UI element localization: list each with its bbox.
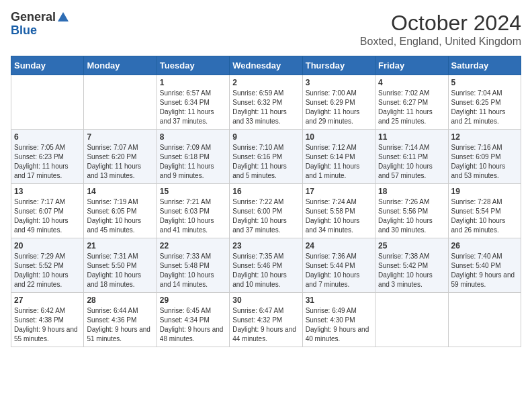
calendar-cell: 15Sunrise: 7:21 AM Sunset: 6:03 PM Dayli… [157,184,229,238]
calendar-cell: 27Sunrise: 6:42 AM Sunset: 4:38 PM Dayli… [11,293,84,347]
day-info: Sunrise: 7:12 AM Sunset: 6:14 PM Dayligh… [306,143,372,181]
calendar-cell: 20Sunrise: 7:29 AM Sunset: 5:52 PM Dayli… [11,238,84,293]
logo-general-text: General [11,11,56,24]
calendar-cell: 12Sunrise: 7:16 AM Sunset: 6:09 PM Dayli… [448,130,521,184]
header: General Blue October 2024 Boxted, Englan… [11,11,521,48]
day-number: 3 [306,78,372,87]
calendar-cell: 9Sunrise: 7:10 AM Sunset: 6:16 PM Daylig… [230,130,302,184]
day-info: Sunrise: 7:26 AM Sunset: 5:56 PM Dayligh… [378,197,445,235]
weekday-header-saturday: Saturday [448,56,521,75]
calendar-cell: 17Sunrise: 7:24 AM Sunset: 5:58 PM Dayli… [302,184,375,238]
day-number: 5 [451,78,518,87]
calendar-cell: 24Sunrise: 7:36 AM Sunset: 5:44 PM Dayli… [302,238,375,293]
day-number: 1 [160,78,226,87]
calendar-cell: 25Sunrise: 7:38 AM Sunset: 5:42 PM Dayli… [375,238,448,293]
day-number: 24 [306,241,372,250]
weekday-header-friday: Friday [375,56,448,75]
day-info: Sunrise: 6:57 AM Sunset: 6:34 PM Dayligh… [160,89,226,126]
location-title: Boxted, England, United Kingdom [360,36,521,48]
calendar-cell: 5Sunrise: 7:04 AM Sunset: 6:25 PM Daylig… [448,75,521,130]
calendar-table: SundayMondayTuesdayWednesdayThursdayFrid… [11,56,521,347]
calendar-cell: 6Sunrise: 7:05 AM Sunset: 6:23 PM Daylig… [11,130,84,184]
day-number: 2 [232,78,299,87]
day-number: 21 [87,241,153,250]
calendar-cell: 28Sunrise: 6:44 AM Sunset: 4:36 PM Dayli… [84,293,157,347]
day-info: Sunrise: 7:10 AM Sunset: 6:16 PM Dayligh… [232,143,299,181]
day-info: Sunrise: 7:07 AM Sunset: 6:20 PM Dayligh… [87,143,153,181]
day-info: Sunrise: 7:40 AM Sunset: 5:40 PM Dayligh… [451,252,518,289]
calendar-cell: 16Sunrise: 7:22 AM Sunset: 6:00 PM Dayli… [230,184,302,238]
day-number: 18 [378,187,445,196]
calendar-cell: 10Sunrise: 7:12 AM Sunset: 6:14 PM Dayli… [302,130,375,184]
day-info: Sunrise: 6:47 AM Sunset: 4:32 PM Dayligh… [232,306,299,344]
weekday-header-monday: Monday [84,56,157,75]
day-number: 28 [87,295,153,305]
day-number: 29 [160,295,226,305]
day-number: 13 [14,187,81,196]
weekday-header-tuesday: Tuesday [157,56,229,75]
day-info: Sunrise: 7:31 AM Sunset: 5:50 PM Dayligh… [87,252,153,289]
day-info: Sunrise: 6:44 AM Sunset: 4:36 PM Dayligh… [87,306,153,344]
calendar-cell [448,293,521,347]
calendar-week-row: 20Sunrise: 7:29 AM Sunset: 5:52 PM Dayli… [11,238,521,293]
calendar-week-row: 6Sunrise: 7:05 AM Sunset: 6:23 PM Daylig… [11,130,521,184]
calendar-cell: 23Sunrise: 7:35 AM Sunset: 5:46 PM Dayli… [230,238,302,293]
day-number: 25 [378,241,445,250]
day-number: 23 [232,241,299,250]
calendar-cell: 26Sunrise: 7:40 AM Sunset: 5:40 PM Dayli… [448,238,521,293]
day-info: Sunrise: 7:24 AM Sunset: 5:58 PM Dayligh… [306,197,372,235]
day-number: 15 [160,187,226,196]
calendar-cell: 2Sunrise: 6:59 AM Sunset: 6:32 PM Daylig… [230,75,302,130]
day-info: Sunrise: 7:19 AM Sunset: 6:05 PM Dayligh… [87,197,153,235]
day-info: Sunrise: 7:36 AM Sunset: 5:44 PM Dayligh… [306,252,372,289]
calendar-week-row: 13Sunrise: 7:17 AM Sunset: 6:07 PM Dayli… [11,184,521,238]
day-number: 9 [232,132,299,142]
weekday-header-wednesday: Wednesday [230,56,302,75]
calendar-cell [375,293,448,347]
calendar-cell: 11Sunrise: 7:14 AM Sunset: 6:11 PM Dayli… [375,130,448,184]
day-info: Sunrise: 7:14 AM Sunset: 6:11 PM Dayligh… [378,143,445,181]
day-number: 26 [451,241,518,250]
day-number: 10 [306,132,372,142]
day-number: 12 [451,132,518,142]
day-number: 4 [378,78,445,87]
logo-icon [57,11,69,23]
weekday-header-row: SundayMondayTuesdayWednesdayThursdayFrid… [11,56,521,75]
calendar-cell: 31Sunrise: 6:49 AM Sunset: 4:30 PM Dayli… [302,293,375,347]
day-number: 11 [378,132,445,142]
day-info: Sunrise: 7:04 AM Sunset: 6:25 PM Dayligh… [451,89,518,126]
day-number: 20 [14,241,81,250]
day-info: Sunrise: 6:49 AM Sunset: 4:30 PM Dayligh… [306,306,372,344]
day-number: 19 [451,187,518,196]
day-number: 30 [232,295,299,305]
calendar-cell: 1Sunrise: 6:57 AM Sunset: 6:34 PM Daylig… [157,75,229,130]
day-number: 31 [306,295,372,305]
calendar-cell: 29Sunrise: 6:45 AM Sunset: 4:34 PM Dayli… [157,293,229,347]
svg-marker-0 [58,12,69,21]
calendar-cell: 30Sunrise: 6:47 AM Sunset: 4:32 PM Dayli… [230,293,302,347]
day-info: Sunrise: 7:02 AM Sunset: 6:27 PM Dayligh… [378,89,445,126]
day-info: Sunrise: 7:28 AM Sunset: 5:54 PM Dayligh… [451,197,518,235]
day-number: 6 [14,132,81,142]
day-info: Sunrise: 7:29 AM Sunset: 5:52 PM Dayligh… [14,252,81,289]
weekday-header-thursday: Thursday [302,56,375,75]
calendar-cell: 14Sunrise: 7:19 AM Sunset: 6:05 PM Dayli… [84,184,157,238]
calendar-cell: 3Sunrise: 7:00 AM Sunset: 6:29 PM Daylig… [302,75,375,130]
day-info: Sunrise: 6:45 AM Sunset: 4:34 PM Dayligh… [160,306,226,344]
calendar-cell: 19Sunrise: 7:28 AM Sunset: 5:54 PM Dayli… [448,184,521,238]
day-info: Sunrise: 7:21 AM Sunset: 6:03 PM Dayligh… [160,197,226,235]
calendar-cell: 18Sunrise: 7:26 AM Sunset: 5:56 PM Dayli… [375,184,448,238]
day-number: 14 [87,187,153,196]
weekday-header-sunday: Sunday [11,56,84,75]
day-number: 22 [160,241,226,250]
calendar-week-row: 1Sunrise: 6:57 AM Sunset: 6:34 PM Daylig… [11,75,521,130]
month-title: October 2024 [360,11,521,36]
day-info: Sunrise: 6:59 AM Sunset: 6:32 PM Dayligh… [232,89,299,126]
day-info: Sunrise: 7:22 AM Sunset: 6:00 PM Dayligh… [232,197,299,235]
calendar-cell: 8Sunrise: 7:09 AM Sunset: 6:18 PM Daylig… [157,130,229,184]
day-info: Sunrise: 7:35 AM Sunset: 5:46 PM Dayligh… [232,252,299,289]
calendar-cell: 7Sunrise: 7:07 AM Sunset: 6:20 PM Daylig… [84,130,157,184]
day-info: Sunrise: 7:16 AM Sunset: 6:09 PM Dayligh… [451,143,518,181]
calendar-cell: 4Sunrise: 7:02 AM Sunset: 6:27 PM Daylig… [375,75,448,130]
logo: General Blue [11,11,69,38]
